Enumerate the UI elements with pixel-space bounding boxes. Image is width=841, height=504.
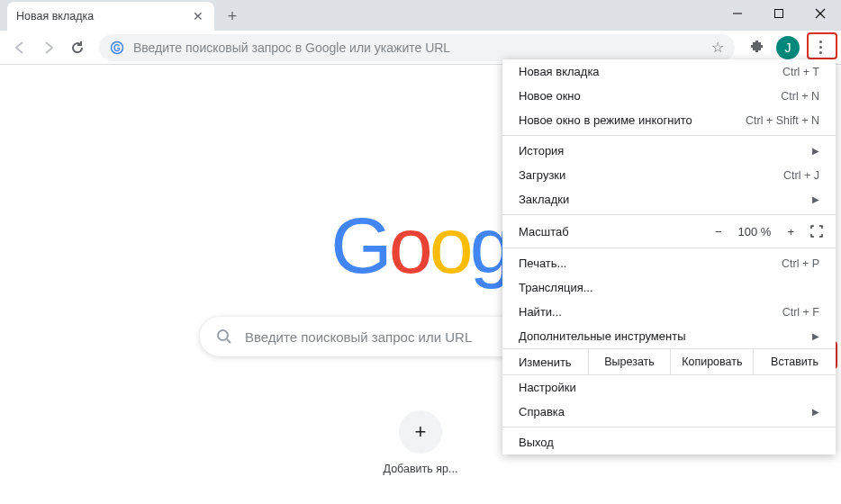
menu-cut[interactable]: Вырезать: [588, 349, 671, 374]
menu-edit-row: Изменить Вырезать Копировать Вставить: [502, 348, 836, 375]
svg-line-7: [227, 339, 231, 343]
menu-bookmarks[interactable]: Закладки▶: [502, 187, 836, 212]
svg-rect-1: [775, 10, 783, 18]
menu-downloads[interactable]: ЗагрузкиCtrl + J: [502, 163, 836, 187]
search-icon: [216, 328, 232, 345]
menu-settings[interactable]: Настройки: [502, 375, 836, 400]
menu-separator: [502, 427, 836, 428]
add-shortcut[interactable]: + Добавить яр...: [384, 410, 458, 475]
omnibox-placeholder: Введите поисковый запрос в Google или ук…: [133, 40, 702, 55]
svg-point-6: [218, 330, 228, 340]
browser-tab[interactable]: Новая вкладка ✕: [7, 2, 214, 31]
extensions-icon[interactable]: [744, 35, 769, 60]
reload-button[interactable]: [65, 35, 90, 60]
menu-print[interactable]: Печать...Ctrl + P: [502, 251, 836, 275]
google-g-icon: G: [110, 40, 124, 55]
menu-help[interactable]: Справка▶: [502, 400, 836, 424]
menu-paste[interactable]: Вставить: [753, 349, 836, 374]
menu-new-tab[interactable]: Новая вкладкаCtrl + T: [502, 59, 836, 84]
fullscreen-icon[interactable]: [810, 225, 823, 238]
menu-exit[interactable]: Выход: [502, 430, 836, 454]
omnibox[interactable]: G Введите поисковый запрос в Google или …: [99, 34, 735, 61]
chevron-right-icon: ▶: [812, 194, 819, 204]
menu-new-window[interactable]: Новое окноCtrl + N: [502, 84, 836, 108]
menu-cast[interactable]: Трансляция...: [502, 275, 836, 300]
maximize-button[interactable]: [758, 0, 800, 27]
chevron-right-icon: ▶: [812, 331, 819, 341]
menu-history[interactable]: История▶: [502, 139, 836, 163]
menu-separator: [502, 135, 836, 136]
window-controls: [717, 0, 841, 27]
main-menu-button[interactable]: [807, 34, 834, 61]
menu-zoom: Масштаб − 100 % +: [502, 218, 836, 245]
profile-avatar[interactable]: J: [776, 36, 800, 59]
chevron-right-icon: ▶: [812, 146, 819, 156]
search-placeholder: Введите поисковый запрос или URL: [245, 329, 472, 345]
add-shortcut-label: Добавить яр...: [384, 463, 458, 475]
bookmark-star-icon[interactable]: ☆: [711, 39, 724, 56]
close-window-button[interactable]: [800, 0, 841, 27]
new-tab-button[interactable]: +: [220, 4, 245, 29]
zoom-out-button[interactable]: −: [715, 225, 722, 238]
menu-more-tools[interactable]: Дополнительные инструменты▶: [502, 324, 836, 348]
menu-separator: [502, 248, 836, 248]
back-button[interactable]: [7, 35, 32, 60]
zoom-value: 100 %: [738, 225, 772, 238]
menu-copy[interactable]: Копировать: [670, 349, 753, 374]
titlebar: Новая вкладка ✕ +: [0, 0, 841, 31]
forward-button[interactable]: [36, 35, 61, 60]
menu-find[interactable]: Найти...Ctrl + F: [502, 300, 836, 324]
main-menu: Новая вкладкаCtrl + T Новое окноCtrl + N…: [502, 59, 836, 454]
menu-separator: [502, 214, 836, 215]
add-shortcut-icon: +: [399, 410, 442, 454]
google-logo: Goog: [330, 200, 510, 292]
minimize-button[interactable]: [717, 0, 758, 27]
zoom-in-button[interactable]: +: [787, 225, 794, 238]
close-tab-icon[interactable]: ✕: [191, 9, 205, 23]
chevron-right-icon: ▶: [812, 407, 819, 417]
menu-incognito[interactable]: Новое окно в режиме инкогнитоCtrl + Shif…: [502, 108, 836, 132]
svg-text:G: G: [113, 43, 121, 53]
tab-title: Новая вкладка: [16, 10, 94, 22]
